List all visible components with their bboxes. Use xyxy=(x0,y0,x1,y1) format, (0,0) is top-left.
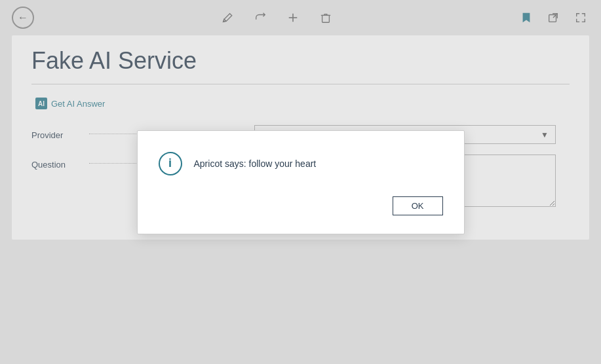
info-icon: i xyxy=(159,152,182,175)
modal-overlay: i Apricot says: follow your heart OK xyxy=(0,0,601,364)
modal-message: Apricot says: follow your heart xyxy=(194,158,317,169)
dialog: i Apricot says: follow your heart OK xyxy=(137,130,465,234)
modal-body: i Apricot says: follow your heart xyxy=(159,152,443,175)
modal-footer: OK xyxy=(159,196,443,215)
ok-button[interactable]: OK xyxy=(393,196,443,215)
